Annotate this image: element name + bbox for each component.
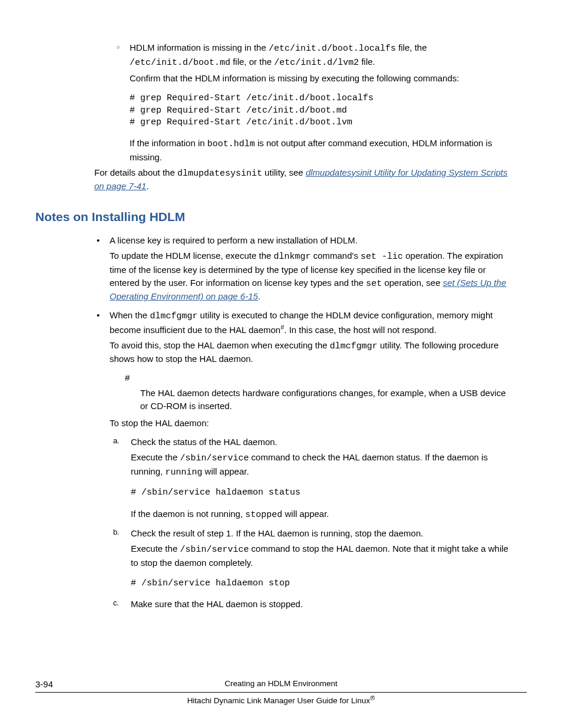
- code-path: /etc/init.d/lvm2: [274, 58, 359, 68]
- page-number: 3-94: [35, 678, 53, 691]
- text: operation, see: [382, 278, 442, 288]
- footer-subtitle-text: Hitachi Dynamic Link Manager User Guide …: [187, 696, 371, 705]
- footnote-block: # The HAL daemon detects hardware config…: [125, 371, 515, 412]
- code-inline: running: [165, 467, 202, 477]
- code-inline: dlmcfgmgr: [330, 341, 378, 351]
- text: . In this case, the host will not respon…: [284, 325, 436, 335]
- step-a: a. Check the status of the HAL daemon. E…: [110, 436, 515, 521]
- text: Execute the: [131, 452, 180, 462]
- bullet-item: • When the dlmcfgmgr utility is executed…: [94, 309, 515, 611]
- code-inline: dlmcfgmgr: [150, 311, 197, 321]
- paragraph: When the dlmcfgmgr utility is executed t…: [110, 309, 515, 337]
- footer-title: Creating an HDLM Environment: [224, 679, 337, 688]
- text: file, the: [396, 42, 427, 52]
- footer-divider: [35, 692, 527, 693]
- code-path: /etc/init.d/boot.md: [130, 58, 230, 68]
- code-inline: stopped: [245, 510, 282, 520]
- code-inline: /sbin/service: [180, 545, 249, 555]
- code-block: # grep Required-Start /etc/init.d/boot.l…: [130, 93, 515, 129]
- section-heading: Notes on Installing HDLM: [35, 208, 515, 226]
- paragraph: Execute the /sbin/service command to sto…: [131, 542, 515, 569]
- paragraph: To update the HDLM license, execute the …: [110, 249, 515, 303]
- bullet-list: • A license key is required to perform a…: [94, 234, 515, 610]
- text: HDLM information is missing in the: [130, 42, 269, 52]
- text: If the daemon is not running,: [131, 509, 245, 519]
- hash-marker: #: [125, 371, 515, 384]
- text: If the information in: [130, 138, 207, 148]
- text: Execute the: [131, 543, 180, 554]
- step-b: b. Check the result of step 1. If the HA…: [110, 527, 515, 589]
- text: command's: [311, 251, 361, 261]
- code-block: # /sbin/service haldaemon stop: [131, 578, 515, 589]
- body-content: ○ HDLM information is missing in the /et…: [94, 41, 515, 611]
- paragraph: Execute the /sbin/service command to che…: [131, 451, 515, 479]
- text: Check the result of step 1. If the HAL d…: [131, 527, 515, 540]
- text: file, or the: [230, 57, 274, 67]
- step-marker: b.: [113, 527, 119, 538]
- sub-bullet-item: ○ HDLM information is missing in the /et…: [130, 41, 515, 84]
- code-inline: set: [366, 279, 382, 289]
- paragraph: If the information in boot.hdlm is not o…: [130, 137, 515, 164]
- step-marker: c.: [113, 598, 118, 609]
- code-inline: dlmupdatesysinit: [177, 169, 262, 179]
- code-inline: set -lic: [361, 252, 403, 262]
- circle-bullet-icon: ○: [117, 44, 120, 51]
- text: Confirm that the HDLM information is mis…: [130, 72, 515, 85]
- bullet-icon: •: [97, 234, 100, 247]
- page-footer: 3-94 Creating an HDLM Environment Hitach…: [35, 678, 527, 707]
- text: Check the status of the HAL daemon.: [131, 436, 515, 449]
- text: To avoid this, stop the HAL daemon when …: [110, 340, 330, 350]
- text: .: [258, 291, 260, 301]
- text: For details about the: [94, 167, 177, 177]
- step-marker: a.: [113, 436, 119, 447]
- paragraph: If the daemon is not running, stopped wi…: [131, 508, 515, 522]
- code-path: /etc/init.d/boot.localfs: [269, 44, 396, 54]
- code-block: # /sbin/service haldaemon status: [131, 487, 515, 499]
- text: Make sure that the HAL daemon is stopped…: [131, 598, 515, 611]
- registered-icon: ®: [370, 694, 375, 701]
- footnote-text: The HAL daemon detects hardware configur…: [140, 387, 515, 413]
- bullet-icon: •: [97, 309, 100, 322]
- text: will appear.: [202, 466, 249, 476]
- text: .: [146, 181, 148, 191]
- paragraph: For details about the dlmupdatesysinit u…: [94, 166, 515, 193]
- paragraph: To avoid this, stop the HAL daemon when …: [110, 339, 515, 366]
- code-inline: boot.hdlm: [207, 139, 255, 149]
- code-inline: dlnkmgr: [274, 252, 311, 262]
- footer-subtitle: Hitachi Dynamic Link Manager User Guide …: [187, 696, 375, 705]
- bullet-item: • A license key is required to perform a…: [94, 234, 515, 303]
- text: file.: [359, 57, 375, 67]
- text: To update the HDLM license, execute the: [110, 251, 274, 261]
- text: utility, see: [262, 167, 306, 177]
- code-inline: /sbin/service: [180, 453, 249, 463]
- document-page: ○ HDLM information is missing in the /et…: [0, 0, 562, 728]
- text: To stop the HAL daemon:: [110, 417, 515, 430]
- text: will appear.: [282, 509, 329, 519]
- step-c: c. Make sure that the HAL daemon is stop…: [110, 598, 515, 611]
- text: When the: [110, 310, 150, 320]
- text: A license key is required to perform a n…: [110, 234, 515, 247]
